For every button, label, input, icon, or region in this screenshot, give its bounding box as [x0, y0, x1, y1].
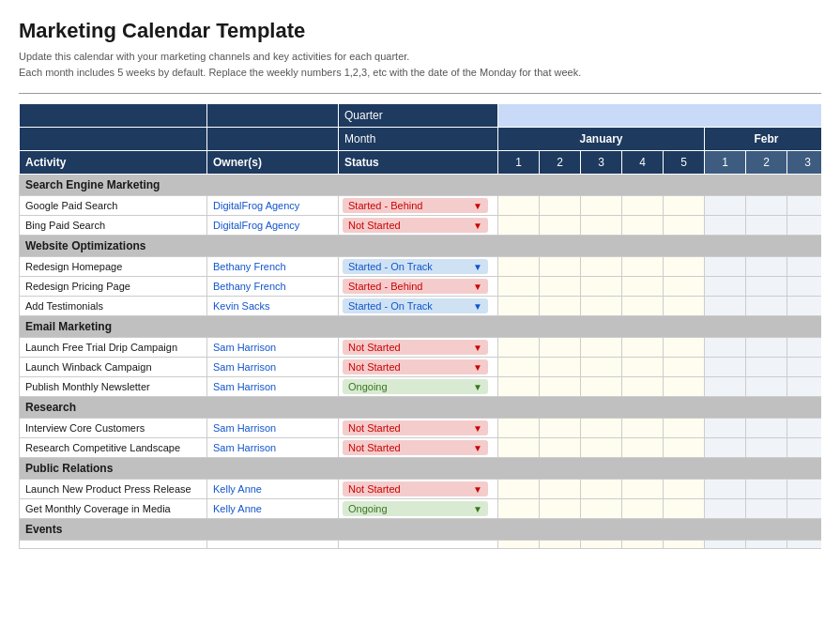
owner-link[interactable]: Sam Harrison	[213, 422, 276, 434]
status-badge[interactable]: Not Started▼	[343, 218, 488, 233]
owner-cell: Sam Harrison	[207, 377, 339, 397]
empty-cell	[622, 541, 664, 549]
week-cell	[746, 338, 787, 358]
owner-cell: Sam Harrison	[207, 338, 339, 358]
week-cell	[787, 257, 822, 277]
table-row: Research Competitive LandscapeSam Harris…	[20, 438, 822, 458]
week-cell	[705, 257, 746, 277]
status-badge[interactable]: Started - Behind▼	[343, 279, 488, 294]
owner-cell: Sam Harrison	[207, 419, 339, 438]
week-cell	[540, 257, 581, 277]
owner-link[interactable]: Bethany French	[213, 281, 286, 292]
status-badge[interactable]: Not Started▼	[343, 420, 488, 435]
status-cell[interactable]: Ongoing▼	[339, 499, 498, 519]
status-badge[interactable]: Started - On Track▼	[343, 259, 488, 274]
week-cell	[622, 196, 664, 216]
week-cell	[664, 338, 705, 358]
activity-cell: Add Testimonials	[20, 297, 207, 316]
week-cell	[498, 338, 540, 358]
owner-link[interactable]: Kelly Anne	[213, 503, 262, 514]
status-cell[interactable]: Started - On Track▼	[339, 297, 498, 316]
owner-col-header: Owner(s)	[207, 151, 339, 175]
week-cell	[787, 358, 822, 377]
owner-link[interactable]: DigitalFrog Agency	[213, 220, 299, 231]
owner-link[interactable]: Kelly Anne	[213, 483, 262, 495]
week-cell	[787, 480, 822, 499]
week-cell	[664, 277, 705, 297]
week-cell	[705, 438, 746, 458]
header-row-week: Activity Owner(s) Status 1 2 3 4 5 1 2 3	[20, 151, 822, 175]
jan-week-5-header: 5	[664, 151, 705, 175]
week-cell	[787, 338, 822, 358]
dropdown-arrow-icon: ▼	[473, 343, 482, 353]
owner-cell: Sam Harrison	[207, 358, 339, 377]
status-badge[interactable]: Started - Behind▼	[343, 198, 488, 213]
status-text: Not Started	[348, 220, 401, 231]
week-cell	[746, 216, 787, 236]
status-cell[interactable]: Ongoing▼	[339, 377, 498, 397]
week-cell	[622, 257, 664, 277]
activity-col-header: Activity	[20, 151, 207, 175]
owner-link[interactable]: DigitalFrog Agency	[213, 200, 299, 211]
section-header-4: Public Relations	[20, 458, 822, 480]
activity-cell: Launch New Product Press Release	[20, 480, 207, 499]
owner-link[interactable]: Bethany French	[213, 261, 286, 272]
status-badge[interactable]: Not Started▼	[343, 481, 488, 496]
week-cell	[622, 377, 664, 397]
week-cell	[664, 438, 705, 458]
status-cell[interactable]: Started - Behind▼	[339, 277, 498, 297]
week-cell	[498, 419, 540, 438]
status-cell[interactable]: Not Started▼	[339, 480, 498, 499]
week-cell	[746, 257, 787, 277]
dropdown-arrow-icon: ▼	[473, 282, 482, 292]
week-cell	[787, 499, 822, 519]
status-badge[interactable]: Not Started▼	[343, 359, 488, 374]
status-badge[interactable]: Started - On Track▼	[343, 298, 488, 313]
week-cell	[705, 358, 746, 377]
status-cell[interactable]: Not Started▼	[339, 438, 498, 458]
status-text: Not Started	[348, 361, 401, 373]
empty-cell	[746, 541, 787, 549]
owner-link[interactable]: Sam Harrison	[213, 361, 276, 373]
status-cell[interactable]: Started - Behind▼	[339, 196, 498, 216]
status-cell[interactable]: Started - On Track▼	[339, 257, 498, 277]
divider	[19, 93, 821, 94]
dropdown-arrow-icon: ▼	[473, 382, 482, 392]
week-cell	[705, 499, 746, 519]
week-cell	[540, 338, 581, 358]
week-cell	[746, 419, 787, 438]
week-cell	[540, 480, 581, 499]
owner-cell: Kelly Anne	[207, 480, 339, 499]
status-badge[interactable]: Not Started▼	[343, 340, 488, 355]
section-header-5: Events	[20, 519, 822, 541]
status-badge[interactable]: Ongoing▼	[343, 379, 488, 394]
week-cell	[498, 196, 540, 216]
owner-link[interactable]: Sam Harrison	[213, 342, 276, 353]
week-cell	[540, 377, 581, 397]
dropdown-arrow-icon: ▼	[473, 201, 482, 211]
week-cell	[622, 216, 664, 236]
owner-link[interactable]: Sam Harrison	[213, 442, 276, 453]
week-cell	[540, 499, 581, 519]
week-cell	[498, 277, 540, 297]
dropdown-arrow-icon: ▼	[473, 504, 482, 514]
owner-link[interactable]: Kevin Sacks	[213, 300, 270, 312]
status-cell[interactable]: Not Started▼	[339, 216, 498, 236]
week-cell	[622, 480, 664, 499]
table-row: Redesign Pricing PageBethany FrenchStart…	[20, 277, 822, 297]
week-cell	[581, 499, 622, 519]
empty-cell	[581, 541, 622, 549]
status-cell[interactable]: Not Started▼	[339, 358, 498, 377]
status-badge[interactable]: Not Started▼	[343, 440, 488, 455]
week-cell	[581, 216, 622, 236]
status-badge[interactable]: Ongoing▼	[343, 501, 488, 516]
week-cell	[540, 297, 581, 316]
table-row: Publish Monthly NewsletterSam HarrisonOn…	[20, 377, 822, 397]
status-cell[interactable]: Not Started▼	[339, 338, 498, 358]
week-cell	[498, 216, 540, 236]
week-cell	[581, 480, 622, 499]
owner-link[interactable]: Sam Harrison	[213, 381, 276, 392]
status-cell[interactable]: Not Started▼	[339, 419, 498, 438]
activity-cell: Launch Free Trial Drip Campaign	[20, 338, 207, 358]
week-cell	[746, 297, 787, 316]
